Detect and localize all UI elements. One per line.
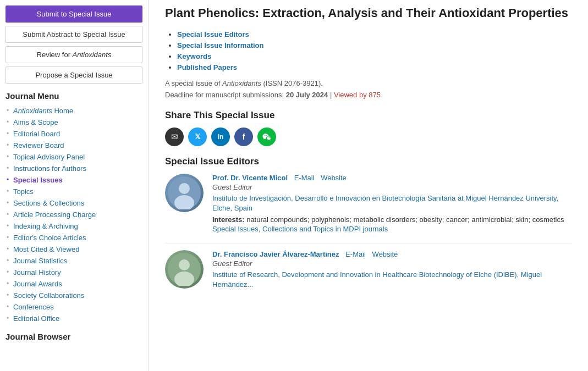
editor-name-link-1[interactable]: Prof. Dr. Vicente Micol — [212, 174, 288, 182]
editor-name-line-1: Prof. Dr. Vicente Micol E-Mail Website — [212, 174, 571, 182]
editor-website-link-1[interactable]: Website — [321, 174, 347, 182]
sidebar-item-conferences[interactable]: Conferences — [6, 301, 142, 313]
main-content: Plant Phenolics: Extraction, Analysis an… — [149, 0, 588, 371]
review-button[interactable]: Review for Antioxidants — [6, 46, 142, 63]
sidebar-link-special-issues[interactable]: Special Issues — [13, 176, 63, 184]
special-issue-description: A special issue of Antioxidants (ISSN 20… — [165, 79, 571, 87]
editor-info-1: Prof. Dr. Vicente Micol E-Mail Website G… — [212, 174, 571, 233]
sidebar-link-aims[interactable]: Aims & Scope — [13, 118, 58, 126]
editor-avatar-placeholder-2 — [165, 250, 204, 289]
sidebar-link-instructions[interactable]: Instructions for Authors — [13, 164, 86, 173]
editor-info-2: Dr. Francisco Javier Álvarez-Martínez E-… — [212, 250, 571, 292]
editor-special-link-1[interactable]: Special Issues, Collections and Topics i… — [212, 225, 388, 233]
share-wechat-icon[interactable] — [257, 128, 276, 146]
editor-affiliation-1[interactable]: Instituto de Investigación, Desarrollo e… — [212, 193, 571, 213]
desc-journal: Antioxidants — [222, 79, 261, 87]
sidebar-link-topical-advisory[interactable]: Topical Advisory Panel — [13, 153, 85, 161]
editor-affiliation-2[interactable]: Institute of Research, Development and I… — [212, 270, 571, 290]
sidebar-item-aims[interactable]: Aims & Scope — [6, 117, 142, 128]
submit-button[interactable]: Submit to Special Issue — [6, 5, 142, 23]
toc-item-editors[interactable]: Special Issue Editors — [177, 30, 571, 38]
sidebar-link-topics[interactable]: Topics — [13, 187, 34, 196]
editor-avatar-2 — [165, 250, 204, 289]
sidebar-link-awards[interactable]: Journal Awards — [13, 280, 62, 288]
share-linkedin-icon[interactable]: in — [211, 128, 230, 146]
share-icons-container: ✉ 𝕏 in f — [165, 128, 571, 146]
sidebar-item-indexing[interactable]: Indexing & Archiving — [6, 220, 142, 232]
sidebar-item-editorial-board[interactable]: Editorial Board — [6, 128, 142, 140]
editor-avatar-1 — [165, 174, 204, 212]
sidebar-item-topical-advisory[interactable]: Topical Advisory Panel — [6, 151, 142, 163]
share-email-icon[interactable]: ✉ — [165, 128, 184, 146]
editor-divider — [165, 243, 571, 243]
editor-role-2: Guest Editor — [212, 259, 571, 268]
toc-item-info[interactable]: Special Issue Information — [177, 41, 571, 49]
share-section-title: Share This Special Issue — [165, 110, 571, 121]
sidebar-link-society[interactable]: Society Collaborations — [13, 291, 84, 300]
share-facebook-icon[interactable]: f — [234, 128, 253, 146]
toc-list: Special Issue Editors Special Issue Info… — [165, 30, 571, 71]
sidebar-link-history[interactable]: Journal History — [13, 268, 61, 276]
editor-name-line-2: Dr. Francisco Javier Álvarez-Martínez E-… — [212, 250, 571, 258]
sidebar-link-reviewer-board[interactable]: Reviewer Board — [13, 141, 64, 149]
sidebar-link-indexing[interactable]: Indexing & Archiving — [13, 222, 78, 230]
sidebar-link-conferences[interactable]: Conferences — [13, 303, 54, 311]
propose-button[interactable]: Propose a Special Issue — [6, 67, 142, 84]
journal-menu-title: Journal Menu — [6, 91, 142, 101]
sidebar: Submit to Special Issue Submit Abstract … — [0, 0, 149, 371]
svg-point-4 — [179, 259, 190, 270]
review-journal-name: Antioxidants — [73, 51, 112, 59]
sidebar-item-sections[interactable]: Sections & Collections — [6, 197, 142, 209]
sidebar-item-home[interactable]: Antioxidants Home — [6, 105, 142, 117]
sidebar-link-editorial-office[interactable]: Editorial Office — [13, 314, 59, 323]
share-twitter-icon[interactable]: 𝕏 — [188, 128, 207, 146]
deadline-separator: | — [328, 91, 334, 99]
journal-menu-list: Antioxidants Home Aims & Scope Editorial… — [6, 105, 142, 324]
toc-link-info[interactable]: Special Issue Information — [177, 41, 264, 49]
editor-email-link-2[interactable]: E-Mail — [345, 250, 366, 258]
sidebar-item-apc[interactable]: Article Processing Charge — [6, 209, 142, 220]
sidebar-link-sections[interactable]: Sections & Collections — [13, 199, 84, 207]
sidebar-link-editorial-board[interactable]: Editorial Board — [13, 130, 60, 138]
editors-section-title: Special Issue Editors — [165, 156, 571, 167]
sidebar-item-awards[interactable]: Journal Awards — [6, 278, 142, 290]
desc-suffix: (ISSN 2076-3921). — [261, 79, 323, 87]
editor-card-1: Prof. Dr. Vicente Micol E-Mail Website G… — [165, 174, 571, 233]
editor-special-issues-1: Special Issues, Collections and Topics i… — [212, 225, 571, 233]
toc-item-papers[interactable]: Published Papers — [177, 63, 571, 71]
svg-point-1 — [179, 183, 190, 194]
journal-browser-title: Journal Browser — [6, 332, 142, 341]
sidebar-item-special-issues[interactable]: Special Issues — [6, 174, 142, 186]
sidebar-item-editorial-office[interactable]: Editorial Office — [6, 313, 142, 324]
sidebar-link-apc[interactable]: Article Processing Charge — [13, 211, 96, 219]
editor-email-link-1[interactable]: E-Mail — [294, 174, 315, 182]
toc-link-editors[interactable]: Special Issue Editors — [177, 30, 249, 38]
sidebar-link-most-cited[interactable]: Most Cited & Viewed — [13, 245, 79, 253]
sidebar-item-topics[interactable]: Topics — [6, 186, 142, 197]
editor-role-1: Guest Editor — [212, 183, 571, 191]
sidebar-link-statistics[interactable]: Journal Statistics — [13, 257, 67, 265]
toc-item-keywords[interactable]: Keywords — [177, 52, 571, 60]
desc-prefix: A special issue of — [165, 79, 222, 87]
editor-interests-1: Interests: natural compounds; polyphenol… — [212, 215, 571, 224]
sidebar-item-history[interactable]: Journal History — [6, 267, 142, 278]
toc-link-papers[interactable]: Published Papers — [177, 63, 237, 71]
toc-link-keywords[interactable]: Keywords — [177, 52, 211, 60]
editor-interests-label-1: Interests: — [212, 215, 245, 224]
sidebar-item-editors-choice[interactable]: Editor's Choice Articles — [6, 232, 142, 243]
deadline-prefix: Deadline for manuscript submissions: — [165, 91, 286, 99]
editor-avatar-placeholder-1 — [165, 174, 204, 212]
sidebar-link-editors-choice[interactable]: Editor's Choice Articles — [13, 234, 86, 242]
editor-website-link-2[interactable]: Website — [372, 250, 398, 258]
editor-name-link-2[interactable]: Dr. Francisco Javier Álvarez-Martínez — [212, 250, 339, 258]
sidebar-link-home[interactable]: Antioxidants Home — [13, 107, 73, 115]
sidebar-item-instructions[interactable]: Instructions for Authors — [6, 163, 142, 174]
sidebar-item-reviewer-board[interactable]: Reviewer Board — [6, 140, 142, 151]
deadline-line: Deadline for manuscript submissions: 20 … — [165, 91, 571, 99]
submit-abstract-button[interactable]: Submit Abstract to Special Issue — [6, 26, 142, 43]
sidebar-item-statistics[interactable]: Journal Statistics — [6, 255, 142, 267]
sidebar-item-society[interactable]: Society Collaborations — [6, 290, 142, 301]
deadline-date: 20 July 2024 — [286, 91, 328, 99]
viewed-count: Viewed by 875 — [334, 91, 381, 99]
sidebar-item-most-cited[interactable]: Most Cited & Viewed — [6, 243, 142, 255]
